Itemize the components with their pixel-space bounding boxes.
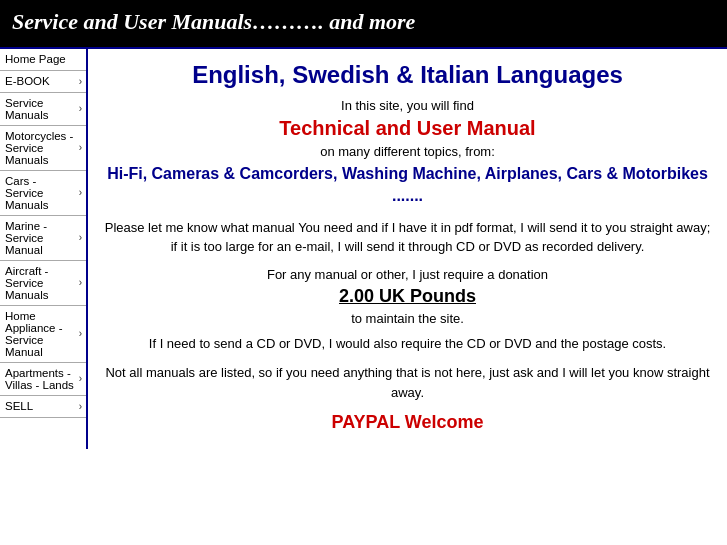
chevron-right-icon: ›: [79, 277, 82, 288]
header-title: Service and User Manuals………. and more: [12, 9, 415, 34]
sidebar-item[interactable]: Marine - Service Manual›: [0, 216, 86, 261]
body-text-2: If I need to send a CD or DVD, I would a…: [104, 334, 711, 354]
sidebar-item-label: Apartments - Villas - Lands: [5, 367, 77, 391]
sidebar-item-label: Service Manuals: [5, 97, 77, 121]
sidebar-item[interactable]: Aircraft - Service Manuals›: [0, 261, 86, 306]
donation-purpose: to maintain the site.: [104, 311, 711, 326]
chevron-right-icon: ›: [79, 187, 82, 198]
chevron-right-icon: ›: [79, 401, 82, 412]
sidebar-item-label: SELL: [5, 400, 33, 412]
chevron-right-icon: ›: [79, 142, 82, 153]
sidebar-item-label: Home Page: [5, 53, 66, 65]
sidebar-item[interactable]: Motorcycles - Service Manuals›: [0, 126, 86, 171]
sidebar-item[interactable]: E-BOOK›: [0, 71, 86, 93]
red-heading: Technical and User Manual: [104, 117, 711, 140]
sidebar-item[interactable]: SELL›: [0, 396, 86, 418]
sidebar: Home PageE-BOOK›Service Manuals›Motorcyc…: [0, 49, 88, 449]
sidebar-item[interactable]: Home Page: [0, 49, 86, 71]
sidebar-item-label: Motorcycles - Service Manuals: [5, 130, 77, 166]
chevron-right-icon: ›: [79, 373, 82, 384]
donation-intro: For any manual or other, I just require …: [104, 267, 711, 282]
page-title: English, Swedish & Italian Languages: [104, 59, 711, 90]
sidebar-item[interactable]: Service Manuals›: [0, 93, 86, 126]
sidebar-item-label: E-BOOK: [5, 75, 50, 87]
chevron-right-icon: ›: [79, 76, 82, 87]
main-content: English, Swedish & Italian Languages In …: [88, 49, 727, 449]
body-text-3: Not all manuals are listed, so if you ne…: [104, 363, 711, 402]
blue-topics: Hi-Fi, Cameras & Camcorders, Washing Mac…: [104, 163, 711, 208]
body-text-1: Please let me know what manual You need …: [104, 218, 711, 257]
chevron-right-icon: ›: [79, 328, 82, 339]
intro-text: In this site, you will find: [104, 98, 711, 113]
topics-intro: on many different topics, from:: [104, 144, 711, 159]
donation-amount: 2.00 UK Pounds: [104, 286, 711, 307]
sidebar-item-label: Aircraft - Service Manuals: [5, 265, 77, 301]
sidebar-item-label: Home Appliance - Service Manual: [5, 310, 77, 358]
chevron-right-icon: ›: [79, 103, 82, 114]
paypal-text[interactable]: PAYPAL Welcome: [104, 412, 711, 433]
chevron-right-icon: ›: [79, 232, 82, 243]
sidebar-item-label: Marine - Service Manual: [5, 220, 77, 256]
site-header: Service and User Manuals………. and more: [0, 0, 727, 47]
sidebar-item[interactable]: Home Appliance - Service Manual›: [0, 306, 86, 363]
sidebar-item[interactable]: Cars - Service Manuals›: [0, 171, 86, 216]
sidebar-item-label: Cars - Service Manuals: [5, 175, 77, 211]
sidebar-item[interactable]: Apartments - Villas - Lands›: [0, 363, 86, 396]
